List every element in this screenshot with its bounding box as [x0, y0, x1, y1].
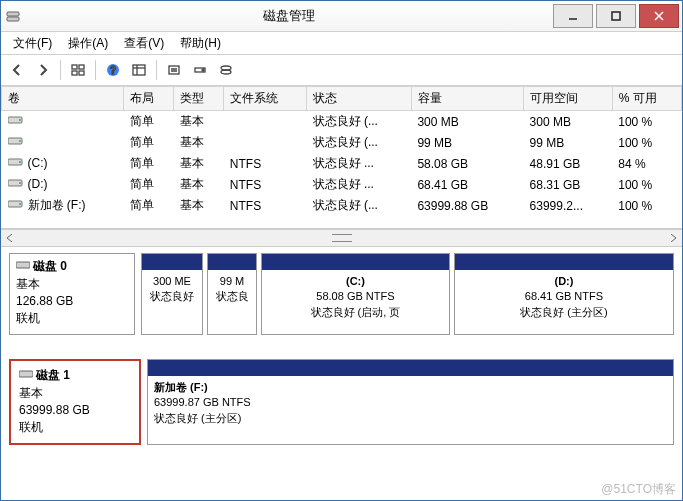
volume-name: 新加卷 (F:): [28, 198, 86, 212]
toolbar-separator: [156, 60, 157, 80]
volume-pct: 100 %: [612, 195, 681, 216]
back-button[interactable]: [5, 58, 29, 82]
disk0-partition-1[interactable]: 99 M 状态良: [207, 253, 257, 335]
partition-letter: (C:): [268, 274, 443, 289]
volume-status: 状态良好 ...: [307, 153, 412, 174]
volume-layout: 简单: [124, 153, 174, 174]
svg-rect-6: [72, 65, 77, 69]
disk0-state: 联机: [16, 310, 128, 327]
table-header-row[interactable]: 卷 布局 类型 文件系统 状态 容量 可用空间 % 可用: [2, 87, 682, 111]
disk-management-window: 磁盘管理 文件(F) 操作(A) 查看(V) 帮助(H) ? 卷 布局: [0, 0, 683, 501]
disk-row-1[interactable]: 磁盘 1 基本 63999.88 GB 联机 新加卷 (F:) 63999.87…: [9, 359, 674, 445]
refresh-button[interactable]: [162, 58, 186, 82]
disk1-title: 磁盘 1: [36, 368, 70, 382]
minimize-button[interactable]: [553, 4, 593, 28]
svg-rect-1: [7, 17, 19, 21]
partition-status: 状态良好 (主分区): [154, 411, 667, 426]
disk0-partition-0[interactable]: 300 ME 状态良好: [141, 253, 203, 335]
disk0-header[interactable]: 磁盘 0 基本 126.88 GB 联机: [9, 253, 135, 335]
disk0-partition-d[interactable]: (D:) 68.41 GB NTFS 状态良好 (主分区): [454, 253, 674, 335]
col-capacity[interactable]: 容量: [411, 87, 523, 111]
settings-button[interactable]: [188, 58, 212, 82]
volume-free: 68.31 GB: [524, 174, 613, 195]
volume-capacity: 300 MB: [411, 111, 523, 133]
app-icon: [1, 9, 25, 23]
scroll-right-icon[interactable]: [666, 231, 680, 245]
forward-button[interactable]: [31, 58, 55, 82]
table-row[interactable]: 简单基本状态良好 (...99 MB99 MB100 %: [2, 132, 682, 153]
volume-icon: [8, 177, 24, 192]
volume-icon: [8, 135, 24, 150]
volume-pct: 100 %: [612, 174, 681, 195]
volume-layout: 简单: [124, 195, 174, 216]
partition-name: 新加卷 (F:): [154, 380, 667, 395]
pane-splitter[interactable]: [1, 229, 682, 247]
partition-bar: [142, 254, 202, 270]
disk-graphical-view[interactable]: 磁盘 0 基本 126.88 GB 联机 300 ME 状态良好 99 M: [1, 247, 682, 501]
partition-bar: [262, 254, 449, 270]
disk-icon: [19, 367, 33, 384]
volume-fs: NTFS: [224, 174, 307, 195]
svg-point-21: [19, 119, 21, 121]
volume-list[interactable]: 卷 布局 类型 文件系统 状态 容量 可用空间 % 可用 简单基本状态良好 (.…: [1, 86, 682, 229]
table-row[interactable]: 新加卷 (F:)简单基本NTFS状态良好 (...63999.88 GB6399…: [2, 195, 682, 216]
menu-help[interactable]: 帮助(H): [172, 33, 229, 54]
volume-capacity: 63999.88 GB: [411, 195, 523, 216]
col-filesystem[interactable]: 文件系统: [224, 87, 307, 111]
disk0-size: 126.88 GB: [16, 293, 128, 310]
svg-point-25: [19, 161, 21, 163]
col-volume[interactable]: 卷: [2, 87, 124, 111]
partition-status: 状态良好: [148, 289, 196, 304]
partition-bar: [208, 254, 256, 270]
disk-row-0[interactable]: 磁盘 0 基本 126.88 GB 联机 300 ME 状态良好 99 M: [9, 253, 674, 335]
col-layout[interactable]: 布局: [124, 87, 174, 111]
volume-status: 状态良好 ...: [307, 174, 412, 195]
volume-free: 300 MB: [524, 111, 613, 133]
window-title: 磁盘管理: [25, 7, 553, 25]
disk1-header[interactable]: 磁盘 1 基本 63999.88 GB 联机: [13, 363, 137, 441]
partition-size: 58.08 GB NTFS: [268, 289, 443, 304]
volume-fs: NTFS: [224, 195, 307, 216]
toolbar-separator: [60, 60, 61, 80]
menu-view[interactable]: 查看(V): [116, 33, 172, 54]
disk1-partition-f[interactable]: 新加卷 (F:) 63999.87 GB NTFS 状态良好 (主分区): [147, 359, 674, 445]
table-row[interactable]: (D:)简单基本NTFS状态良好 ...68.41 GB68.31 GB100 …: [2, 174, 682, 195]
close-button[interactable]: [639, 4, 679, 28]
help-button[interactable]: ?: [101, 58, 125, 82]
col-freespace[interactable]: 可用空间: [524, 87, 613, 111]
disk0-partition-c[interactable]: (C:) 58.08 GB NTFS 状态良好 (启动, 页: [261, 253, 450, 335]
titlebar[interactable]: 磁盘管理: [1, 1, 682, 32]
svg-rect-30: [16, 262, 30, 268]
list-button[interactable]: [127, 58, 151, 82]
maximize-button[interactable]: [596, 4, 636, 28]
col-pctfree[interactable]: % 可用: [612, 87, 681, 111]
partition-size: 99 M: [214, 274, 250, 289]
views-button[interactable]: [66, 58, 90, 82]
svg-rect-7: [79, 65, 84, 69]
volume-fs: [224, 132, 307, 153]
table-row[interactable]: (C:)简单基本NTFS状态良好 ...58.08 GB48.91 GB84 %: [2, 153, 682, 174]
volume-free: 63999.2...: [524, 195, 613, 216]
svg-rect-31: [19, 371, 33, 377]
toolbar: ?: [1, 55, 682, 86]
volume-status: 状态良好 (...: [307, 111, 412, 133]
toolbar-separator: [95, 60, 96, 80]
menu-file[interactable]: 文件(F): [5, 33, 60, 54]
partition-size: 63999.87 GB NTFS: [154, 395, 667, 410]
svg-rect-3: [612, 12, 620, 20]
disk-icon: [16, 258, 30, 275]
col-status[interactable]: 状态: [307, 87, 412, 111]
table-row[interactable]: 简单基本状态良好 (...300 MB300 MB100 %: [2, 111, 682, 133]
svg-point-19: [221, 66, 231, 70]
svg-rect-8: [72, 71, 77, 75]
svg-text:?: ?: [110, 65, 116, 76]
svg-rect-0: [7, 12, 19, 16]
watermark: @51CTO博客: [601, 481, 676, 498]
menu-action[interactable]: 操作(A): [60, 33, 116, 54]
volume-fs: NTFS: [224, 153, 307, 174]
properties-button[interactable]: [214, 58, 238, 82]
partition-size: 300 ME: [148, 274, 196, 289]
col-type[interactable]: 类型: [174, 87, 224, 111]
splitter-grip-icon[interactable]: [332, 234, 352, 242]
scroll-left-icon[interactable]: [3, 231, 17, 245]
